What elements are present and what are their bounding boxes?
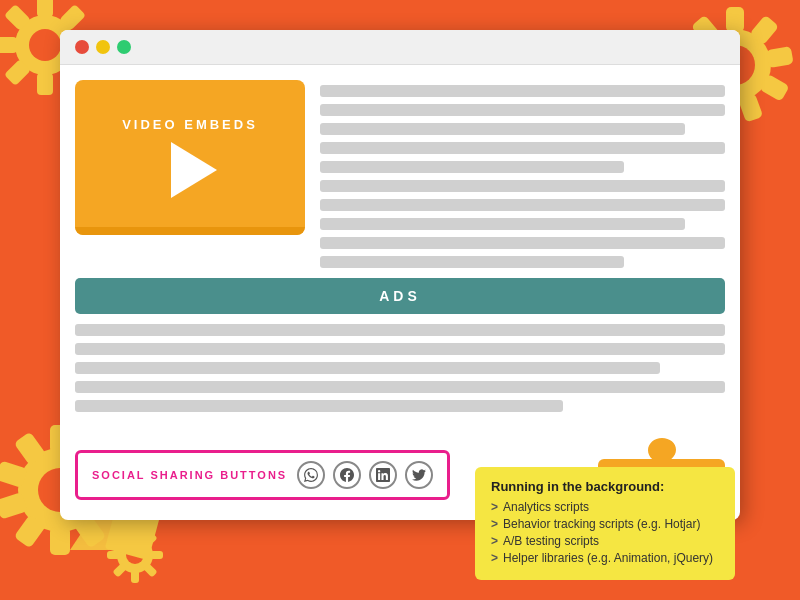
info-box-item-text: A/B testing scripts xyxy=(503,534,599,548)
arrow-icon: > xyxy=(491,500,498,514)
info-box-item-text: Behavior tracking scripts (e.g. Hotjar) xyxy=(503,517,700,531)
info-box-item-text: Analytics scripts xyxy=(503,500,589,514)
maximize-dot xyxy=(117,40,131,54)
info-box: Running in the background: > Analytics s… xyxy=(475,467,735,580)
arrow-icon: > xyxy=(491,517,498,531)
minimize-dot xyxy=(96,40,110,54)
arrow-icon: > xyxy=(491,551,498,565)
facebook-icon[interactable] xyxy=(333,461,361,489)
whatsapp-icon[interactable] xyxy=(297,461,325,489)
text-line xyxy=(75,381,725,393)
close-dot xyxy=(75,40,89,54)
content-text-lines xyxy=(320,80,725,268)
text-line xyxy=(320,180,725,192)
info-box-title: Running in the background: xyxy=(491,479,719,494)
video-embed-box: VIDEO EMBEDS xyxy=(75,80,305,235)
svg-rect-39 xyxy=(131,570,139,583)
svg-rect-8 xyxy=(0,37,17,53)
top-section: VIDEO EMBEDS xyxy=(75,80,725,268)
video-bottom-bar xyxy=(75,227,305,235)
text-line xyxy=(320,142,725,154)
linkedin-icon[interactable] xyxy=(369,461,397,489)
browser-window: VIDEO EMBEDS ADS xyxy=(60,30,740,520)
text-line xyxy=(75,400,563,412)
browser-content: VIDEO EMBEDS ADS xyxy=(60,65,740,515)
text-line xyxy=(320,104,725,116)
video-embed-label: VIDEO EMBEDS xyxy=(122,117,258,132)
text-line xyxy=(320,85,725,97)
text-line xyxy=(320,161,624,173)
info-box-item-4: > Helper libraries (e.g. Animation, jQue… xyxy=(491,551,719,565)
text-line xyxy=(75,362,660,374)
svg-rect-2 xyxy=(37,0,53,17)
text-line xyxy=(320,199,725,211)
svg-rect-6 xyxy=(37,73,53,95)
info-box-item-text: Helper libraries (e.g. Animation, jQuery… xyxy=(503,551,713,565)
text-line xyxy=(320,218,685,230)
info-box-item-3: > A/B testing scripts xyxy=(491,534,719,548)
lower-text-lines xyxy=(75,324,725,412)
browser-titlebar xyxy=(60,30,740,65)
info-box-item-2: > Behavior tracking scripts (e.g. Hotjar… xyxy=(491,517,719,531)
text-line xyxy=(320,256,624,268)
social-sharing-box: SOCIAL SHARING BUTTONS xyxy=(75,450,450,500)
social-sharing-label: SOCIAL SHARING BUTTONS xyxy=(92,469,287,481)
text-line xyxy=(75,324,725,336)
social-icons-group xyxy=(297,461,433,489)
ads-bar: ADS xyxy=(75,278,725,314)
svg-rect-14 xyxy=(766,46,794,68)
text-line xyxy=(320,237,725,249)
text-line xyxy=(75,343,725,355)
twitter-icon[interactable] xyxy=(405,461,433,489)
info-box-item-1: > Analytics scripts xyxy=(491,500,719,514)
svg-rect-12 xyxy=(726,7,744,32)
text-line xyxy=(320,123,685,135)
svg-point-1 xyxy=(29,29,61,61)
arrow-icon: > xyxy=(491,534,498,548)
play-button-icon xyxy=(171,142,217,198)
